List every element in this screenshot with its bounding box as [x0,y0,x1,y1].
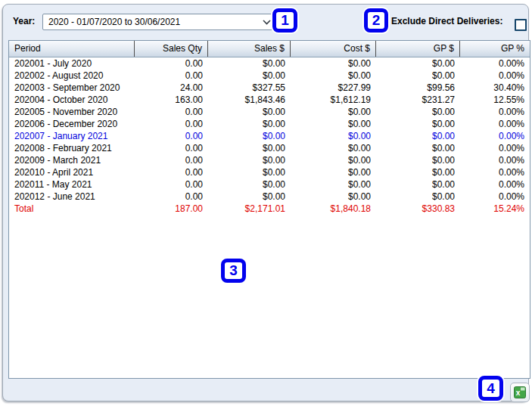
table-row[interactable]: 202008 - February 2021 0.00 $0.00 $0.00 … [9,142,530,154]
table-row[interactable]: 202010 - April 2021 0.00 $0.00 $0.00 $0.… [9,166,530,178]
cell-gp-dollars: $0.00 [376,142,460,154]
cell-cost-dollars: $0.00 [291,118,376,130]
column-header-gp-dollars[interactable]: GP $ [376,41,460,57]
table-row-total[interactable]: Total 187.00 $2,171.01 $1,840.18 $330.83… [9,203,530,215]
cell-gp-dollars: $0.00 [376,118,460,130]
table-row[interactable]: 202011 - May 2021 0.00 $0.00 $0.00 $0.00… [9,178,530,191]
cell-sales-dollars: $2,171.01 [208,203,291,215]
table-row[interactable]: 202005 - November 2020 0.00 $0.00 $0.00 … [9,106,530,118]
cell-sales-qty: 187.00 [135,203,208,215]
period-sales-table: Period Sales Qty Sales $ Cost $ GP $ GP … [8,40,530,379]
year-dropdown-value: 2020 - 01/07/2020 to 30/06/2021 [48,17,180,27]
table-body: 202001 - July 2020 0.00 $0.00 $0.00 $0.0… [9,57,530,215]
cell-sales-qty: 0.00 [135,130,208,142]
export-to-excel-button[interactable]: x [510,383,530,402]
annotation-badge-1: 1 [272,8,297,33]
annotation-badge-3: 3 [221,259,246,283]
cell-gp-dollars: $0.00 [376,178,460,191]
cell-gp-dollars: $0.00 [376,166,460,178]
exclude-direct-deliveries-label: Exclude Direct Deliveries: [391,16,502,26]
cell-gp-percent: 12.55% [460,94,530,106]
annotation-badge-2: 2 [364,8,388,33]
cell-cost-dollars: $0.00 [291,154,376,166]
exclude-direct-deliveries-checkbox[interactable] [515,19,527,31]
cell-period: 202001 - July 2020 [9,57,135,70]
cell-sales-qty: 0.00 [135,118,208,130]
cell-period: 202009 - March 2021 [9,154,135,166]
cell-cost-dollars: $0.00 [291,57,376,70]
cell-period: 202012 - June 2021 [9,191,135,203]
cell-gp-dollars: $0.00 [376,191,460,203]
cell-sales-qty: 163.00 [135,94,208,106]
cell-sales-qty: 0.00 [135,70,208,82]
cell-period: 202003 - September 2020 [9,82,135,94]
cell-gp-percent: 0.00% [460,166,530,178]
cell-sales-dollars: $0.00 [208,118,291,130]
table-row[interactable]: 202007 - January 2021 0.00 $0.00 $0.00 $… [9,130,530,142]
excel-export-icon: x [514,386,526,398]
screenshot-canvas: Year: 2020 - 01/07/2020 to 30/06/2021 Ex… [0,0,532,406]
toolbar: Year: 2020 - 01/07/2020 to 30/06/2021 Ex… [3,5,528,36]
table-row[interactable]: 202002 - August 2020 0.00 $0.00 $0.00 $0… [9,70,530,82]
cell-cost-dollars: $0.00 [291,166,376,178]
cell-sales-qty: 0.00 [135,106,208,118]
cell-gp-percent: 0.00% [460,106,530,118]
cell-gp-dollars: $99.56 [376,82,460,94]
report-window: Year: 2020 - 01/07/2020 to 30/06/2021 Ex… [2,4,529,401]
cell-cost-dollars: $1,612.19 [291,94,376,106]
cell-period: 202004 - October 2020 [9,94,135,106]
cell-period: 202008 - February 2021 [9,142,135,154]
column-header-cost-dollars[interactable]: Cost $ [291,41,376,57]
table-row[interactable]: 202003 - September 2020 24.00 $327.55 $2… [9,82,530,94]
cell-gp-percent: 0.00% [460,130,530,142]
cell-gp-dollars: $231.27 [376,94,460,106]
year-dropdown[interactable]: 2020 - 01/07/2020 to 30/06/2021 [42,14,276,30]
cell-cost-dollars: $0.00 [291,191,376,203]
cell-gp-dollars: $0.00 [376,70,460,82]
table-row[interactable]: 202004 - October 2020 163.00 $1,843.46 $… [9,94,530,106]
table-row[interactable]: 202012 - June 2021 0.00 $0.00 $0.00 $0.0… [9,191,530,203]
cell-sales-dollars: $0.00 [208,142,291,154]
column-header-gp-percent[interactable]: GP % [460,41,530,57]
svg-text:x: x [516,389,521,397]
cell-sales-dollars: $0.00 [208,154,291,166]
cell-gp-percent: 15.24% [460,203,530,215]
cell-period: 202005 - November 2020 [9,106,135,118]
cell-gp-dollars: $0.00 [376,130,460,142]
cell-sales-dollars: $0.00 [208,130,291,142]
cell-period: 202007 - January 2021 [9,130,135,142]
cell-cost-dollars: $1,840.18 [291,203,376,215]
cell-gp-dollars: $0.00 [376,154,460,166]
column-header-sales-dollars[interactable]: Sales $ [208,41,291,57]
cell-period: Total [9,203,135,215]
cell-sales-qty: 0.00 [135,191,208,203]
cell-sales-qty: 0.00 [135,142,208,154]
cell-sales-dollars: $0.00 [208,166,291,178]
cell-period: 202010 - April 2021 [9,166,135,178]
cell-sales-qty: 0.00 [135,166,208,178]
cell-gp-dollars: $0.00 [376,57,460,70]
cell-sales-dollars: $0.00 [208,106,291,118]
cell-sales-dollars: $0.00 [208,191,291,203]
table-row[interactable]: 202001 - July 2020 0.00 $0.00 $0.00 $0.0… [9,57,530,70]
cell-gp-percent: 0.00% [460,191,530,203]
year-label: Year: [13,16,35,26]
cell-cost-dollars: $227.99 [291,82,376,94]
cell-cost-dollars: $0.00 [291,106,376,118]
cell-gp-dollars: $0.00 [376,106,460,118]
chevron-down-icon [263,20,271,25]
cell-sales-qty: 0.00 [135,154,208,166]
cell-gp-percent: 0.00% [460,57,530,70]
annotation-badge-4: 4 [478,376,503,401]
cell-period: 202002 - August 2020 [9,70,135,82]
table-row[interactable]: 202006 - December 2020 0.00 $0.00 $0.00 … [9,118,530,130]
table-row[interactable]: 202009 - March 2021 0.00 $0.00 $0.00 $0.… [9,154,530,166]
column-header-sales-qty[interactable]: Sales Qty [135,41,208,57]
cell-cost-dollars: $0.00 [291,70,376,82]
column-header-period[interactable]: Period [9,41,135,57]
cell-sales-qty: 0.00 [135,57,208,70]
cell-gp-dollars: $330.83 [376,203,460,215]
cell-sales-dollars: $0.00 [208,178,291,191]
cell-sales-dollars: $327.55 [208,82,291,94]
table-header-row: Period Sales Qty Sales $ Cost $ GP $ GP … [9,41,530,57]
